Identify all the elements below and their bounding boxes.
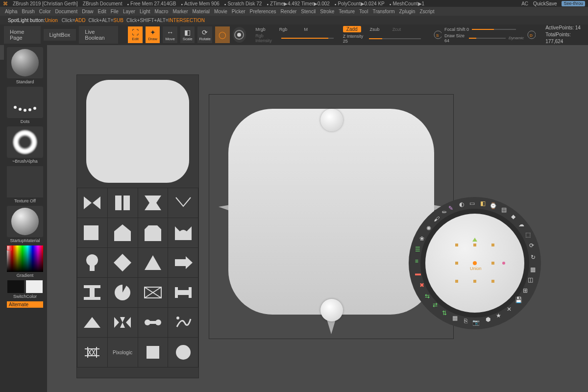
stroke-thumb[interactable] [7, 87, 43, 118]
dial-icon-16[interactable]: ✕ [505, 306, 513, 314]
dial-icon-9[interactable]: ⬚ [524, 231, 532, 239]
menu-file[interactable]: File [111, 9, 119, 14]
menu-movie[interactable]: Movie [214, 9, 227, 14]
dial-icon-10[interactable]: ⟳ [528, 242, 536, 250]
gizmo-handle-tr[interactable] [491, 244, 494, 246]
shape-bowtie[interactable] [77, 188, 107, 218]
gizmo-handle-ml[interactable] [455, 262, 458, 265]
menu-brush[interactable]: Brush [22, 9, 35, 14]
menu-edit[interactable]: Edit [98, 9, 106, 14]
menu-layer[interactable]: Layer [123, 9, 135, 14]
menu-draw[interactable]: Draw [82, 9, 93, 14]
dial-icon-swap[interactable]: ⇅ [441, 310, 448, 318]
gizmo-handle-tc[interactable] [473, 244, 476, 246]
dial-icon-del1[interactable]: ✖ [418, 282, 426, 290]
gizmo-button[interactable]: ◯ [215, 26, 230, 43]
shape-cross-truss[interactable] [138, 278, 168, 307]
alpha-thumb[interactable] [7, 126, 43, 158]
menu-macro[interactable]: Macro [155, 9, 169, 14]
menu-alpha[interactable]: Alpha [5, 9, 18, 14]
shape-pentagon-up[interactable] [108, 218, 138, 247]
menu-picker[interactable]: Picker [232, 9, 245, 14]
gizmo-handle-mr[interactable] [491, 262, 494, 265]
dial-icon-arrows[interactable]: ⇄ [431, 301, 439, 309]
dial-icon-18[interactable]: ⬢ [484, 316, 492, 324]
menu-color[interactable]: Color [39, 9, 51, 14]
menu-texture[interactable]: Texture [339, 9, 355, 14]
menu-document[interactable]: Document [55, 9, 78, 14]
transform-gizmo[interactable]: Union [455, 244, 494, 283]
dial-icon-8[interactable]: ☁ [517, 221, 525, 229]
dial-icon-lines1[interactable]: ≡ [413, 258, 420, 266]
menu-render[interactable]: Render [281, 9, 297, 14]
home-page-button[interactable]: Home Page [4, 26, 41, 44]
brush-thumb[interactable] [7, 47, 43, 78]
dial-icon-11[interactable]: ↻ [529, 254, 537, 262]
dial-icon-sym[interactable]: ⇆ [423, 293, 431, 300]
scale-mode-button[interactable]: ◧Scale [180, 26, 195, 43]
shape-bulb[interactable] [77, 248, 107, 277]
dial-icon-7[interactable]: ◆ [509, 213, 517, 221]
swatch-secondary[interactable] [7, 280, 24, 293]
dial-icon-lines2[interactable]: ☰ [414, 246, 422, 254]
shape-cat-ears[interactable] [168, 218, 198, 247]
menu-transform[interactable]: Transform [372, 9, 394, 14]
dial-icon-3[interactable]: ▭ [468, 200, 476, 208]
shape-two-bars[interactable] [108, 188, 138, 218]
live-boolean-button[interactable]: Live Boolean [79, 26, 118, 44]
shape-pixologic[interactable]: Pixologic [108, 338, 138, 367]
shape-arrow-right[interactable] [168, 248, 198, 277]
dial-icon-copy[interactable]: ⎘ [462, 318, 469, 325]
swatch-primary[interactable] [26, 280, 43, 293]
quicksave-button[interactable]: QuickSave [533, 1, 557, 6]
z-intensity-slider[interactable] [369, 38, 421, 39]
shape-bowtie-square[interactable] [138, 188, 168, 218]
zcut-button[interactable]: Zcut [392, 27, 401, 32]
gizmo-center[interactable] [473, 261, 477, 265]
see-through-button[interactable]: See-throu [562, 1, 585, 6]
lightbox-button[interactable]: LightBox [44, 29, 76, 41]
menu-stencil[interactable]: Stencil [301, 9, 316, 14]
dial-icon-15[interactable]: 💾 [514, 296, 522, 304]
menu-stroke[interactable]: Stroke [320, 9, 334, 14]
shape-h-bar[interactable] [168, 278, 198, 307]
dial-icon-6[interactable]: ▤ [500, 206, 508, 214]
viewport[interactable]: Pixologic ✎ ◐ ▭ ◧ ⌚ ▤ ◆ [47, 45, 588, 392]
material-thumb[interactable] [7, 206, 43, 237]
texture-thumb[interactable] [7, 166, 43, 197]
alternate-button[interactable]: Alternate [7, 301, 43, 308]
dynamic-button[interactable]: Dynamic [509, 36, 524, 40]
menu-tool[interactable]: Tool [359, 9, 368, 14]
shape-circle[interactable] [168, 338, 198, 367]
menu-marker[interactable]: Marker [172, 9, 188, 14]
shape-hourglass-row[interactable] [108, 308, 138, 337]
dial-icon-12[interactable]: ▦ [529, 266, 537, 274]
rotate-mode-button[interactable]: ⟳Rotate [197, 26, 212, 43]
gizmo-handle-bl[interactable] [455, 280, 458, 283]
shape-ibeam[interactable] [77, 278, 107, 307]
shape-cut-corners[interactable] [138, 218, 168, 247]
edit-mode-button[interactable]: ⛶Edit [128, 26, 143, 43]
color-picker[interactable] [7, 245, 43, 272]
dial-icon-4[interactable]: ◧ [479, 200, 487, 208]
shape-dumbbell[interactable] [138, 308, 168, 337]
shape-preview[interactable] [86, 80, 189, 183]
gizmo-handle-bc[interactable] [473, 280, 476, 283]
shape-zbrush-logo[interactable] [168, 308, 198, 337]
shape-triangle[interactable] [138, 248, 168, 277]
sculptris-button[interactable] [233, 27, 246, 43]
rgb-intensity-slider[interactable] [281, 38, 334, 39]
shape-pie[interactable] [108, 278, 138, 307]
dial-icon-brush[interactable]: 🖌 [433, 216, 441, 223]
shape-square[interactable] [138, 338, 168, 367]
dial-icon-13[interactable]: ◫ [526, 276, 534, 284]
gizmo-handle-tl[interactable] [455, 244, 458, 246]
menu-zscript[interactable]: Zscript [419, 9, 434, 14]
spotlight-dial[interactable]: ✎ ◐ ▭ ◧ ⌚ ▤ ◆ ☁ ⬚ ⟳ ↻ ▦ ◫ ⊞ 💾 ✕ ★ ⬢ 📷 ⎘ [409, 197, 541, 329]
dial-icon-2[interactable]: ◐ [458, 201, 466, 209]
gizmo-handle-br[interactable] [491, 280, 494, 283]
dial-icon-spray[interactable]: ✺ [425, 225, 433, 233]
menu-light[interactable]: Light [140, 9, 150, 14]
shape-lattice[interactable] [77, 338, 107, 367]
dial-icon-grid[interactable]: ▦ [451, 315, 459, 322]
